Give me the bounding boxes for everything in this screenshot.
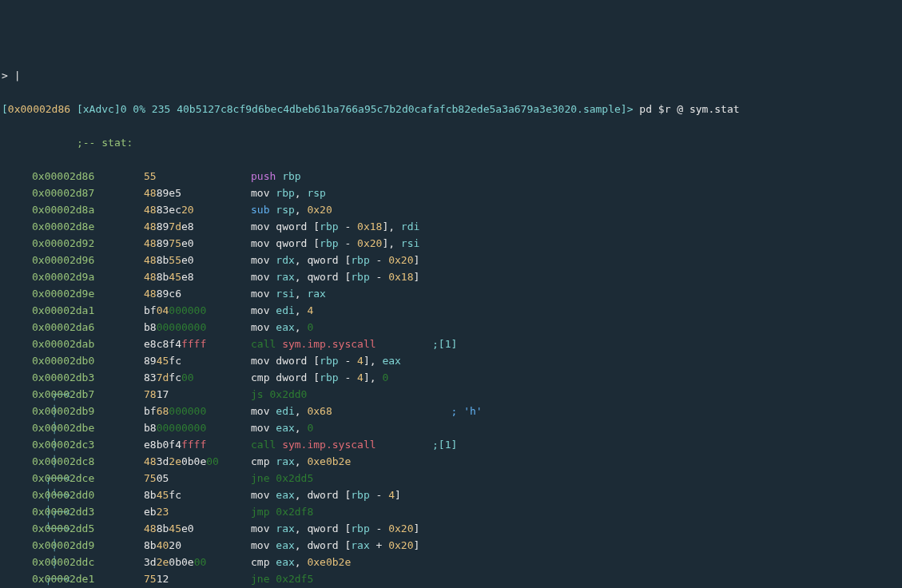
prompt-bracket-close: ]> (621, 103, 639, 115)
opcode-bytes: 55 (144, 168, 251, 185)
instruction: js 0x2dd0 (251, 386, 307, 403)
instruction: jne 0x2df5 (251, 570, 313, 587)
asm-line: │ 0x00002dc3e8b0f4ffffcall sym.imp.sysca… (0, 436, 902, 453)
cfg-arrow: │ (2, 403, 32, 419)
cfg-arrow: │ (2, 453, 32, 470)
instruction: call sym.imp.syscall ;[1] (251, 436, 457, 453)
cfg-arrow (2, 302, 32, 319)
instruction: mov qword [rbp - 0x18], rdi (251, 218, 419, 235)
cfg-arrow (2, 352, 32, 369)
opcode-bytes: 7505 (144, 470, 251, 487)
instruction: mov rsi, rax (251, 285, 326, 302)
cfg-arrow: │ (2, 419, 32, 436)
opcode-bytes: 7817 (144, 386, 251, 403)
asm-line: 0x00002d9e4889c6mov rsi, rax (0, 285, 902, 302)
opcode-bytes: 4883ec20 (144, 201, 251, 218)
prompt-bracket-open: [ (2, 103, 8, 115)
cfg-arrow: │ (2, 554, 32, 570)
address: 0x00002d86 (32, 168, 144, 185)
asm-line: │ 0x00002dd98b4020mov eax, dword [rax + … (0, 537, 902, 554)
instruction: mov edi, 0x68 ; 'h' (251, 403, 483, 419)
asm-line: 0x00002da6b800000000mov eax, 0 (0, 319, 902, 336)
address: 0x00002da6 (32, 319, 144, 336)
asm-line: 0x00002d92488975e0mov qword [rbp - 0x20]… (0, 235, 902, 252)
opcode-bytes: 483d2e0b0e00 (144, 453, 251, 470)
instruction: jmp 0x2df8 (251, 503, 313, 520)
address: 0x00002dbe (32, 419, 144, 436)
asm-line: ┌──< 0x00002de17512jne 0x2df5 (0, 570, 902, 587)
asm-line: 0x00002d9a488b45e8mov rax, qword [rbp - … (0, 268, 902, 285)
address: 0x00002dd3 (32, 503, 144, 520)
cfg-arrow (2, 336, 32, 352)
instruction: call sym.imp.syscall ;[1] (251, 336, 457, 352)
asm-line: │┌─< 0x00002dd3eb23jmp 0x2df8 (0, 503, 902, 520)
prompt-command: pd $r @ sym.stat (639, 103, 739, 115)
input-cursor-line[interactable]: > | (0, 67, 902, 84)
opcode-bytes: bf68000000 (144, 403, 251, 419)
asm-line: 0x00002d96488b55e0mov rdx, qword [rbp - … (0, 252, 902, 268)
opcode-bytes: b800000000 (144, 319, 251, 336)
opcode-bytes: 7512 (144, 570, 251, 587)
address: 0x00002d92 (32, 235, 144, 252)
opcode-bytes: bf04000000 (144, 302, 251, 319)
address: 0x00002d8a (32, 201, 144, 218)
asm-line: 0x00002db3837dfc00cmp dword [rbp - 4], 0 (0, 369, 902, 386)
opcode-bytes: 488b45e8 (144, 268, 251, 285)
opcode-bytes: 488b45e0 (144, 520, 251, 537)
instruction: mov eax, dword [rbp - 4] (251, 487, 401, 503)
cfg-arrow (2, 218, 32, 235)
address: 0x00002db7 (32, 386, 144, 403)
instruction: mov edi, 4 (251, 302, 313, 319)
opcode-bytes: 488975e0 (144, 235, 251, 252)
opcode-bytes: 48897de8 (144, 218, 251, 235)
cfg-arrow (2, 185, 32, 201)
address: 0x00002db3 (32, 369, 144, 386)
address: 0x00002dd9 (32, 537, 144, 554)
asm-line: 0x00002d8a4883ec20sub rsp, 0x20 (0, 201, 902, 218)
asm-line: ┌──< 0x00002dce7505jne 0x2dd5 (0, 470, 902, 487)
opcode-bytes: 4889e5 (144, 185, 251, 201)
instruction: mov rax, qword [rbp - 0x20] (251, 520, 419, 537)
asm-line: │└─> 0x00002dd08b45fcmov eax, dword [rbp… (0, 487, 902, 503)
asm-line: 0x00002d8e48897de8mov qword [rbp - 0x18]… (0, 218, 902, 235)
cfg-arrow: ┌─< (2, 386, 32, 403)
asm-line: 0x00002d8655push rbp (0, 168, 902, 185)
cfg-arrow: ┌──< (2, 470, 32, 487)
address: 0x00002db0 (32, 352, 144, 369)
address: 0x00002dab (32, 336, 144, 352)
address: 0x00002dc8 (32, 453, 144, 470)
cfg-arrow (2, 235, 32, 252)
address: 0x00002ddc (32, 554, 144, 570)
address: 0x00002d96 (32, 252, 144, 268)
instruction: mov eax, dword [rax + 0x20] (251, 537, 419, 554)
address: 0x00002dce (32, 470, 144, 487)
opcode-bytes: e8b0f4ffff (144, 436, 251, 453)
instruction: mov qword [rbp - 0x20], rsi (251, 235, 419, 252)
instruction: mov eax, 0 (251, 419, 313, 436)
opcode-bytes: eb23 (144, 503, 251, 520)
instruction: jne 0x2dd5 (251, 470, 313, 487)
opcode-bytes: 8945fc (144, 352, 251, 369)
prompt-address: 0x00002d86 (8, 103, 77, 115)
address: 0x00002dd5 (32, 520, 144, 537)
cfg-arrow (2, 168, 32, 185)
cfg-arrow (2, 268, 32, 285)
asm-line: 0x00002d874889e5mov rbp, rsp (0, 185, 902, 201)
asm-line: │ 0x00002dc8483d2e0b0e00cmp rax, 0xe0b2e (0, 453, 902, 470)
function-header: ;-- stat: (0, 134, 902, 151)
address: 0x00002dd0 (32, 487, 144, 503)
cfg-arrow: │└─> (2, 487, 32, 503)
instruction: sub rsp, 0x20 (251, 201, 332, 218)
opcode-bytes: 3d2e0b0e00 (144, 554, 251, 570)
address: 0x00002da1 (32, 302, 144, 319)
cfg-arrow (2, 285, 32, 302)
cfg-arrow: ┌──< (2, 570, 32, 587)
asm-line: 0x00002dabe8c8f4ffffcall sym.imp.syscall… (0, 336, 902, 352)
opcode-bytes: 488b55e0 (144, 252, 251, 268)
cfg-arrow: └──> (2, 520, 32, 537)
prompt-line[interactable]: [0x00002d86 [xAdvc]0 0% 235 40b5127c8cf9… (0, 101, 902, 117)
address: 0x00002d87 (32, 185, 144, 201)
prompt-status: [xAdvc]0 0% 235 40b5127c8cf9d6bec4dbeb61… (77, 103, 621, 115)
instruction: mov rdx, qword [rbp - 0x20] (251, 252, 419, 268)
instruction: push rbp (251, 168, 301, 185)
